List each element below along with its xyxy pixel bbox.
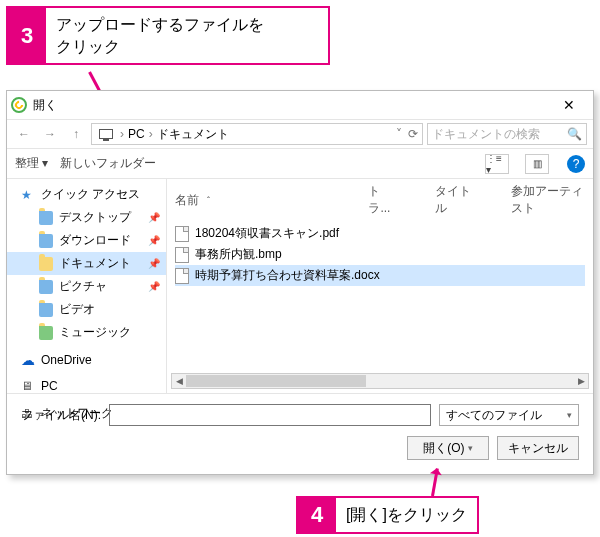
pin-icon: 📌	[148, 235, 160, 246]
pc-icon: 🖥	[21, 379, 35, 393]
file-icon	[175, 226, 189, 242]
open-button[interactable]: 開く(O) ▾	[407, 436, 489, 460]
scrollbar-thumb[interactable]	[186, 375, 366, 387]
file-row-selected[interactable]: 時期予算打ち合わせ資料草案.docx	[175, 265, 585, 286]
refresh-button[interactable]: ⟳	[408, 127, 418, 141]
file-icon	[175, 268, 189, 284]
step-text: アップロードするファイルを クリック	[46, 8, 274, 63]
star-icon: ★	[21, 188, 35, 202]
col-title[interactable]: タイトル	[435, 183, 472, 217]
breadcrumb-pc[interactable]: PC	[128, 127, 145, 141]
breadcrumb-folder[interactable]: ドキュメント	[157, 126, 229, 143]
search-icon: 🔍	[567, 127, 582, 141]
instruction-callout-3: 3 アップロードするファイルを クリック	[6, 6, 330, 65]
sidebar-desktop[interactable]: デスクトップ📌	[7, 206, 166, 229]
step-text: [開く]をクリック	[336, 498, 477, 532]
cloud-icon: ☁	[21, 353, 35, 367]
breadcrumb-dropdown[interactable]: ˅	[396, 127, 402, 141]
col-artist[interactable]: 参加アーティスト	[511, 183, 585, 217]
sidebar-pc[interactable]: 🖥PC	[7, 376, 166, 396]
chevron-down-icon: ▾	[567, 410, 572, 420]
folder-icon	[39, 280, 53, 294]
col-track[interactable]: トラ...	[368, 183, 394, 217]
pc-icon	[99, 129, 113, 139]
folder-icon	[39, 257, 53, 271]
search-input[interactable]: ドキュメントの検索 🔍	[427, 123, 587, 145]
toolbar: 整理 ▾ 新しいフォルダー ⋮≡ ▾ ▥ ?	[7, 149, 593, 179]
step-number: 4	[298, 498, 336, 532]
organize-menu[interactable]: 整理 ▾	[15, 155, 48, 172]
file-row[interactable]: 事務所内観.bmp	[175, 244, 585, 265]
folder-icon	[39, 211, 53, 225]
title-bar: 開く ✕	[7, 91, 593, 119]
file-icon	[175, 247, 189, 263]
folder-icon	[39, 326, 53, 340]
help-button[interactable]: ?	[567, 155, 585, 173]
nav-up-button[interactable]: ↑	[65, 123, 87, 145]
pin-icon: 📌	[148, 212, 160, 223]
breadcrumb[interactable]: › PC › ドキュメント ˅ ⟳	[91, 123, 423, 145]
new-folder-button[interactable]: 新しいフォルダー	[60, 155, 156, 172]
folder-icon	[39, 303, 53, 317]
horizontal-scrollbar[interactable]: ◀ ▶	[171, 373, 589, 389]
sidebar-documents[interactable]: ドキュメント📌	[7, 252, 166, 275]
file-open-dialog: 開く ✕ ← → ↑ › PC › ドキュメント ˅ ⟳ ドキュメントの検索 🔍…	[6, 90, 594, 475]
folder-icon	[39, 234, 53, 248]
filename-label: ファイル名(N):	[21, 407, 101, 424]
file-list-pane: 名前ˆ トラ... タイトル 参加アーティスト 180204領収書スキャン.pd…	[167, 179, 593, 393]
address-bar: ← → ↑ › PC › ドキュメント ˅ ⟳ ドキュメントの検索 🔍	[7, 119, 593, 149]
preview-pane-button[interactable]: ▥	[525, 154, 549, 174]
filename-input[interactable]	[109, 404, 431, 426]
nav-back-button[interactable]: ←	[13, 123, 35, 145]
view-mode-button[interactable]: ⋮≡ ▾	[485, 154, 509, 174]
navigation-sidebar: ★クイック アクセス デスクトップ📌 ダウンロード📌 ドキュメント📌 ピクチャ📌…	[7, 179, 167, 393]
column-headers: 名前ˆ トラ... タイトル 参加アーティスト	[167, 179, 593, 221]
pin-icon: 📌	[148, 281, 160, 292]
sidebar-onedrive[interactable]: ☁OneDrive	[7, 350, 166, 370]
cancel-button[interactable]: キャンセル	[497, 436, 579, 460]
sidebar-music[interactable]: ミュージック	[7, 321, 166, 344]
instruction-callout-4: 4 [開く]をクリック	[296, 496, 479, 534]
callout-arrow-4	[431, 468, 439, 496]
chevron-down-icon: ▾	[468, 443, 473, 453]
sidebar-downloads[interactable]: ダウンロード📌	[7, 229, 166, 252]
app-icon	[11, 97, 27, 113]
sort-indicator-icon: ˆ	[207, 195, 210, 205]
scroll-right-icon[interactable]: ▶	[574, 374, 588, 388]
file-row[interactable]: 180204領収書スキャン.pdf	[175, 223, 585, 244]
step-number: 3	[8, 8, 46, 63]
scroll-left-icon[interactable]: ◀	[172, 374, 186, 388]
col-name[interactable]: 名前	[175, 192, 199, 209]
search-placeholder: ドキュメントの検索	[432, 126, 540, 143]
nav-forward-button[interactable]: →	[39, 123, 61, 145]
sidebar-quick-access[interactable]: ★クイック アクセス	[7, 183, 166, 206]
sidebar-videos[interactable]: ビデオ	[7, 298, 166, 321]
file-type-filter[interactable]: すべてのファイル ▾	[439, 404, 579, 426]
pin-icon: 📌	[148, 258, 160, 269]
dialog-title: 開く	[33, 97, 57, 114]
sidebar-pictures[interactable]: ピクチャ📌	[7, 275, 166, 298]
close-button[interactable]: ✕	[549, 97, 589, 113]
